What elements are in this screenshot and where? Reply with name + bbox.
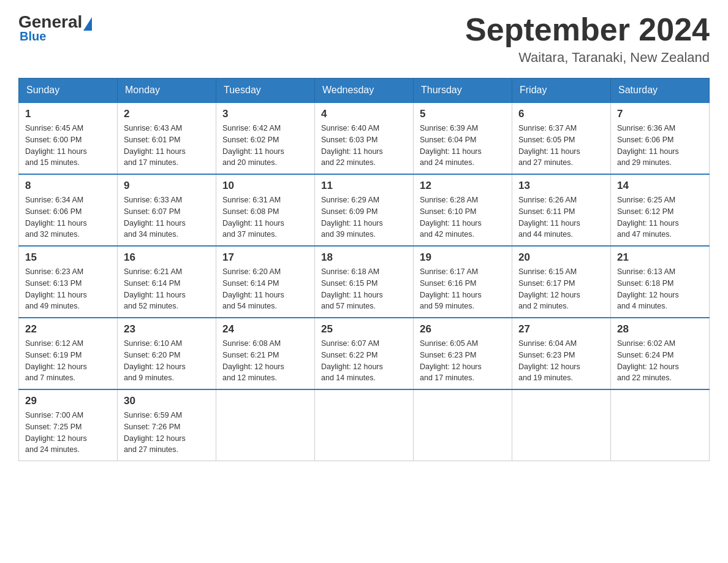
calendar-header-monday: Monday bbox=[118, 79, 216, 103]
calendar-cell: 2Sunrise: 6:43 AMSunset: 6:01 PMDaylight… bbox=[118, 102, 216, 174]
calendar-header-wednesday: Wednesday bbox=[315, 79, 414, 103]
day-number: 8 bbox=[25, 180, 111, 192]
day-info: Sunrise: 6:34 AMSunset: 6:06 PMDaylight:… bbox=[25, 194, 111, 240]
day-number: 14 bbox=[617, 180, 703, 192]
calendar-header-row: SundayMondayTuesdayWednesdayThursdayFrid… bbox=[19, 79, 710, 103]
day-info: Sunrise: 6:28 AMSunset: 6:10 PMDaylight:… bbox=[420, 194, 506, 240]
day-number: 12 bbox=[420, 180, 506, 192]
calendar-cell: 29Sunrise: 7:00 AMSunset: 7:25 PMDayligh… bbox=[19, 389, 118, 461]
calendar-cell: 16Sunrise: 6:21 AMSunset: 6:14 PMDayligh… bbox=[118, 246, 216, 318]
calendar-cell: 10Sunrise: 6:31 AMSunset: 6:08 PMDayligh… bbox=[216, 174, 315, 246]
calendar-cell bbox=[611, 389, 710, 461]
day-info: Sunrise: 6:23 AMSunset: 6:13 PMDaylight:… bbox=[25, 266, 111, 312]
day-number: 5 bbox=[420, 108, 506, 120]
calendar-table: SundayMondayTuesdayWednesdayThursdayFrid… bbox=[18, 78, 710, 461]
day-number: 16 bbox=[124, 251, 210, 264]
day-info: Sunrise: 6:31 AMSunset: 6:08 PMDaylight:… bbox=[222, 194, 308, 240]
calendar-header-saturday: Saturday bbox=[611, 79, 710, 103]
day-info: Sunrise: 6:21 AMSunset: 6:14 PMDaylight:… bbox=[124, 266, 210, 312]
day-number: 29 bbox=[25, 395, 111, 407]
day-number: 11 bbox=[321, 180, 407, 192]
day-info: Sunrise: 6:42 AMSunset: 6:02 PMDaylight:… bbox=[222, 123, 308, 169]
day-info: Sunrise: 6:02 AMSunset: 6:24 PMDaylight:… bbox=[617, 338, 703, 384]
calendar-cell: 18Sunrise: 6:18 AMSunset: 6:15 PMDayligh… bbox=[315, 246, 414, 318]
calendar-cell bbox=[512, 389, 611, 461]
calendar-week-row: 8Sunrise: 6:34 AMSunset: 6:06 PMDaylight… bbox=[19, 174, 710, 246]
logo: General Blue bbox=[18, 12, 93, 44]
calendar-cell: 23Sunrise: 6:10 AMSunset: 6:20 PMDayligh… bbox=[118, 318, 216, 389]
day-info: Sunrise: 7:00 AMSunset: 7:25 PMDaylight:… bbox=[25, 410, 111, 456]
day-info: Sunrise: 6:43 AMSunset: 6:01 PMDaylight:… bbox=[124, 123, 210, 169]
day-info: Sunrise: 6:10 AMSunset: 6:20 PMDaylight:… bbox=[124, 338, 210, 384]
calendar-week-row: 1Sunrise: 6:45 AMSunset: 6:00 PMDaylight… bbox=[19, 102, 710, 174]
day-number: 1 bbox=[25, 108, 111, 120]
day-number: 3 bbox=[222, 108, 308, 120]
calendar-cell bbox=[315, 389, 414, 461]
day-info: Sunrise: 6:36 AMSunset: 6:06 PMDaylight:… bbox=[617, 123, 703, 169]
calendar-cell: 9Sunrise: 6:33 AMSunset: 6:07 PMDaylight… bbox=[118, 174, 216, 246]
calendar-cell: 25Sunrise: 6:07 AMSunset: 6:22 PMDayligh… bbox=[315, 318, 414, 389]
calendar-cell: 30Sunrise: 6:59 AMSunset: 7:26 PMDayligh… bbox=[118, 389, 216, 461]
day-info: Sunrise: 6:07 AMSunset: 6:22 PMDaylight:… bbox=[321, 338, 407, 384]
calendar-week-row: 29Sunrise: 7:00 AMSunset: 7:25 PMDayligh… bbox=[19, 389, 710, 461]
day-number: 30 bbox=[124, 395, 210, 407]
day-info: Sunrise: 6:04 AMSunset: 6:23 PMDaylight:… bbox=[518, 338, 604, 384]
calendar-cell: 1Sunrise: 6:45 AMSunset: 6:00 PMDaylight… bbox=[19, 102, 118, 174]
calendar-cell: 13Sunrise: 6:26 AMSunset: 6:11 PMDayligh… bbox=[512, 174, 611, 246]
day-info: Sunrise: 6:37 AMSunset: 6:05 PMDaylight:… bbox=[518, 123, 604, 169]
day-info: Sunrise: 6:18 AMSunset: 6:15 PMDaylight:… bbox=[321, 266, 407, 312]
day-info: Sunrise: 6:17 AMSunset: 6:16 PMDaylight:… bbox=[420, 266, 506, 312]
calendar-cell: 3Sunrise: 6:42 AMSunset: 6:02 PMDaylight… bbox=[216, 102, 315, 174]
day-info: Sunrise: 6:20 AMSunset: 6:14 PMDaylight:… bbox=[222, 266, 308, 312]
calendar-cell: 20Sunrise: 6:15 AMSunset: 6:17 PMDayligh… bbox=[512, 246, 611, 318]
day-number: 15 bbox=[25, 251, 111, 264]
day-number: 6 bbox=[518, 108, 604, 120]
day-number: 26 bbox=[420, 323, 506, 335]
calendar-cell: 22Sunrise: 6:12 AMSunset: 6:19 PMDayligh… bbox=[19, 318, 118, 389]
location-title: Waitara, Taranaki, New Zealand bbox=[465, 50, 710, 66]
day-info: Sunrise: 6:40 AMSunset: 6:03 PMDaylight:… bbox=[321, 123, 407, 169]
calendar-cell: 17Sunrise: 6:20 AMSunset: 6:14 PMDayligh… bbox=[216, 246, 315, 318]
logo-blue-text: Blue bbox=[18, 29, 46, 44]
day-number: 28 bbox=[617, 323, 703, 335]
day-info: Sunrise: 6:13 AMSunset: 6:18 PMDaylight:… bbox=[617, 266, 703, 312]
calendar-cell: 7Sunrise: 6:36 AMSunset: 6:06 PMDaylight… bbox=[611, 102, 710, 174]
day-number: 25 bbox=[321, 323, 407, 335]
day-number: 17 bbox=[222, 251, 308, 264]
day-info: Sunrise: 6:29 AMSunset: 6:09 PMDaylight:… bbox=[321, 194, 407, 240]
day-number: 10 bbox=[222, 180, 308, 192]
calendar-cell: 12Sunrise: 6:28 AMSunset: 6:10 PMDayligh… bbox=[414, 174, 512, 246]
day-info: Sunrise: 6:59 AMSunset: 7:26 PMDaylight:… bbox=[124, 410, 210, 456]
calendar-cell: 26Sunrise: 6:05 AMSunset: 6:23 PMDayligh… bbox=[414, 318, 512, 389]
calendar-cell: 24Sunrise: 6:08 AMSunset: 6:21 PMDayligh… bbox=[216, 318, 315, 389]
month-title: September 2024 bbox=[465, 12, 710, 47]
day-info: Sunrise: 6:45 AMSunset: 6:00 PMDaylight:… bbox=[25, 123, 111, 169]
day-number: 19 bbox=[420, 251, 506, 264]
day-number: 2 bbox=[124, 108, 210, 120]
calendar-cell: 19Sunrise: 6:17 AMSunset: 6:16 PMDayligh… bbox=[414, 246, 512, 318]
day-info: Sunrise: 6:33 AMSunset: 6:07 PMDaylight:… bbox=[124, 194, 210, 240]
calendar-cell bbox=[216, 389, 315, 461]
calendar-cell: 11Sunrise: 6:29 AMSunset: 6:09 PMDayligh… bbox=[315, 174, 414, 246]
day-number: 21 bbox=[617, 251, 703, 264]
calendar-cell: 8Sunrise: 6:34 AMSunset: 6:06 PMDaylight… bbox=[19, 174, 118, 246]
logo-triangle-icon bbox=[83, 17, 92, 31]
calendar-header-sunday: Sunday bbox=[19, 79, 118, 103]
day-info: Sunrise: 6:05 AMSunset: 6:23 PMDaylight:… bbox=[420, 338, 506, 384]
day-number: 13 bbox=[518, 180, 604, 192]
page-header: General Blue September 2024 Waitara, Tar… bbox=[18, 12, 710, 66]
calendar-cell: 5Sunrise: 6:39 AMSunset: 6:04 PMDaylight… bbox=[414, 102, 512, 174]
calendar-cell: 15Sunrise: 6:23 AMSunset: 6:13 PMDayligh… bbox=[19, 246, 118, 318]
day-info: Sunrise: 6:25 AMSunset: 6:12 PMDaylight:… bbox=[617, 194, 703, 240]
day-number: 27 bbox=[518, 323, 604, 335]
calendar-header-friday: Friday bbox=[512, 79, 611, 103]
day-info: Sunrise: 6:12 AMSunset: 6:19 PMDaylight:… bbox=[25, 338, 111, 384]
calendar-cell: 21Sunrise: 6:13 AMSunset: 6:18 PMDayligh… bbox=[611, 246, 710, 318]
day-number: 4 bbox=[321, 108, 407, 120]
calendar-week-row: 22Sunrise: 6:12 AMSunset: 6:19 PMDayligh… bbox=[19, 318, 710, 389]
day-number: 24 bbox=[222, 323, 308, 335]
day-number: 20 bbox=[518, 251, 604, 264]
day-info: Sunrise: 6:39 AMSunset: 6:04 PMDaylight:… bbox=[420, 123, 506, 169]
calendar-cell: 6Sunrise: 6:37 AMSunset: 6:05 PMDaylight… bbox=[512, 102, 611, 174]
calendar-cell: 4Sunrise: 6:40 AMSunset: 6:03 PMDaylight… bbox=[315, 102, 414, 174]
